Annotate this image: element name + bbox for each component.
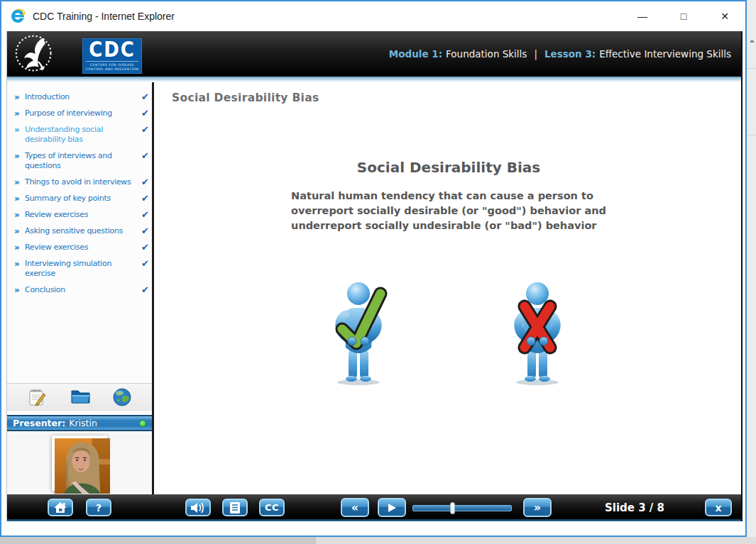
presenter-bar: Presenter: Kristin: [7, 415, 152, 431]
menu-item-summary-of-key-points[interactable]: » Summary of key points ✔: [14, 194, 149, 204]
presenter-photo-area: [7, 431, 152, 494]
maximize-button[interactable]: □: [663, 1, 704, 31]
desktop-artifact-line: [747, 135, 756, 135]
bullet-icon: »: [14, 259, 25, 269]
sidebar-tools: [7, 383, 152, 411]
presenter-name: Kristin: [69, 418, 97, 428]
completed-check-icon: ✔: [135, 210, 149, 220]
help-button[interactable]: ?: [86, 499, 111, 516]
ie-window: CDC Training - Internet Explorer — □ ✕: [0, 0, 747, 537]
transcript-notes-button[interactable]: [222, 499, 248, 516]
menu-item-interviewing-simulation[interactable]: » Interviewing simulation exercise ✔: [14, 259, 149, 279]
bullet-icon: »: [14, 125, 25, 135]
completed-check-icon: ✔: [135, 243, 149, 252]
body-line: overreport socially desirable (or "good"…: [291, 204, 606, 218]
lesson-menu-list: » Introduction ✔ » Purpose of interviewi…: [7, 82, 152, 295]
body-line: Natural human tendency that can cause a …: [291, 189, 606, 204]
course-header: CDC CENTERS FOR DISEASE CONTROL AND PREV…: [7, 31, 741, 77]
play-button[interactable]: [378, 498, 406, 517]
home-button[interactable]: [48, 499, 73, 516]
progress-handle[interactable]: [450, 502, 455, 514]
breadcrumb-divider: |: [534, 48, 537, 60]
menu-item-types-of-interviews[interactable]: » Types of interviews and questions ✔: [14, 151, 149, 171]
desktop-artifact-dash: [750, 40, 754, 43]
lesson-menu: » Introduction ✔ » Purpose of interviewi…: [7, 82, 154, 494]
internet-explorer-icon: [9, 7, 27, 26]
module-label: Module 1:: [389, 48, 442, 60]
hhs-logo-icon: [13, 33, 57, 75]
desktop-artifact-line: [747, 68, 756, 69]
bullet-icon: »: [14, 151, 25, 161]
person-with-checkmark-illustration: [319, 279, 398, 386]
completed-check-icon: ✔: [135, 194, 149, 204]
menu-item-things-to-avoid[interactable]: » Things to avoid in interviews ✔: [14, 177, 149, 187]
window-titlebar: CDC Training - Internet Explorer — □ ✕: [1, 1, 745, 31]
cdc-logo: CDC CENTERS FOR DISEASE CONTROL AND PREV…: [82, 38, 142, 74]
breadcrumb: Module 1: Foundation Skills | Lesson 3: …: [389, 31, 731, 77]
toolbar-glow-strip: [7, 519, 741, 521]
completed-check-icon: ✔: [135, 226, 149, 236]
header-fade-strip: [7, 77, 741, 82]
desktop-background: [0, 537, 316, 544]
desktop-background: [316, 537, 756, 544]
window-controls: — □ ✕: [622, 1, 745, 31]
slide-content: Social Desirability Bias Social Desirabi…: [156, 82, 741, 494]
menu-item-review-exercises-1[interactable]: » Review exercises ✔: [14, 210, 149, 220]
lesson-name: Effective Interviewing Skills: [599, 48, 731, 60]
menu-item-conclusion[interactable]: » Conclusion ✔: [14, 285, 149, 295]
presenter-photo: [52, 435, 107, 491]
slide-counter: Slide 3 / 8: [596, 501, 674, 514]
close-button[interactable]: ✕: [704, 1, 745, 31]
online-status-dot: [139, 420, 146, 427]
module-name: Foundation Skills: [446, 48, 527, 60]
web-globe-icon[interactable]: [112, 387, 132, 407]
bullet-icon: »: [14, 243, 25, 252]
next-slide-button[interactable]: »: [523, 498, 552, 517]
cdc-tagline-line2: CONTROL AND PREVENTION: [86, 67, 139, 71]
resources-folder-icon[interactable]: [70, 387, 89, 407]
bullet-icon: »: [14, 92, 25, 102]
completed-check-icon: ✔: [135, 125, 149, 135]
bullet-icon: »: [14, 210, 25, 220]
presenter-label: Presenter:: [13, 418, 65, 428]
course-stage: CDC CENTERS FOR DISEASE CONTROL AND PREV…: [6, 31, 743, 521]
player-toolbar: ? CC «: [7, 494, 741, 521]
desktop-background: [747, 0, 756, 544]
slide-heading: Social Desirability Bias: [156, 159, 741, 176]
completed-check-icon: ✔: [135, 285, 149, 295]
body-line: underreport socially undesirable (or "ba…: [291, 218, 606, 233]
minimize-button[interactable]: —: [622, 1, 663, 31]
seek-slider[interactable]: [412, 505, 512, 511]
cdc-tagline-line1: CENTERS FOR DISEASE: [90, 63, 134, 67]
exit-button[interactable]: x: [705, 499, 732, 516]
page-title: Social Desirability Bias: [172, 91, 319, 104]
lesson-label: Lesson 3:: [544, 48, 596, 60]
slide-body-text: Natural human tendency that can cause a …: [291, 189, 606, 233]
bullet-icon: »: [14, 226, 25, 236]
menu-item-asking-sensitive-questions[interactable]: » Asking sensitive questions ✔: [14, 226, 149, 236]
closed-captions-button[interactable]: CC: [259, 499, 285, 516]
menu-item-purpose-of-interviewing[interactable]: » Purpose of interviewing ✔: [14, 109, 149, 118]
menu-item-understanding-social-desirability-bias[interactable]: » Understanding social desirability bias…: [14, 125, 149, 145]
previous-slide-button[interactable]: «: [341, 498, 369, 517]
completed-check-icon: ✔: [135, 151, 149, 161]
person-with-x-mark-illustration: [498, 279, 576, 386]
completed-check-icon: ✔: [135, 109, 149, 118]
completed-check-icon: ✔: [135, 92, 149, 102]
audio-volume-button[interactable]: [185, 499, 211, 516]
notes-notepad-icon[interactable]: [27, 387, 47, 407]
completed-check-icon: ✔: [135, 177, 149, 187]
bullet-icon: »: [14, 285, 25, 295]
menu-item-introduction[interactable]: » Introduction ✔: [14, 92, 149, 102]
menu-item-review-exercises-2[interactable]: » Review exercises ✔: [14, 243, 149, 252]
bullet-icon: »: [14, 177, 25, 187]
completed-check-icon: ✔: [135, 259, 149, 269]
cdc-logo-text: CDC: [89, 39, 136, 60]
window-title: CDC Training - Internet Explorer: [33, 11, 175, 22]
bullet-icon: »: [14, 109, 25, 118]
bullet-icon: »: [14, 194, 25, 204]
